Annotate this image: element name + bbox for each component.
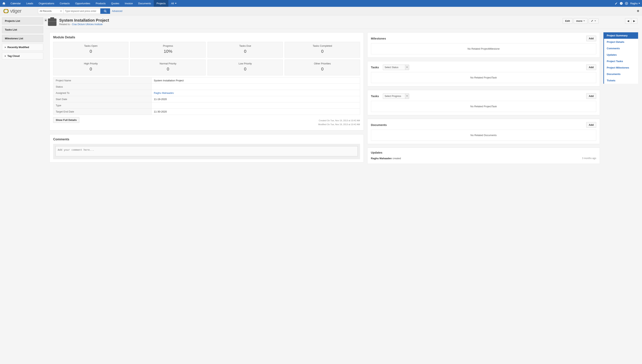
pencil-icon[interactable] (615, 2, 617, 5)
nav-products[interactable]: Products (93, 0, 108, 7)
tasks-progress-empty: No Related ProjectTask (371, 101, 596, 112)
milestones-title: Milestones (371, 37, 386, 40)
show-full-details-button[interactable]: Show Full Details (53, 117, 79, 123)
rightnav-comments[interactable]: Comments (604, 45, 638, 52)
assigned-to-link[interactable]: Raghu Mahaadev (154, 92, 174, 94)
next-record-button[interactable]: ▶ (631, 18, 637, 24)
stat-tile: Tasks Open0 (53, 42, 128, 58)
add-task-progress-button[interactable]: Add (586, 93, 596, 99)
chevron-right-icon (5, 46, 6, 48)
user-name: Raghu (630, 2, 638, 5)
task-progress-dropdown[interactable]: Select Progress (383, 94, 409, 99)
logo[interactable]: vtiger (3, 8, 22, 14)
documents-empty: No Related Documents (371, 130, 596, 141)
nav-organizations[interactable]: Organizations (36, 0, 57, 7)
add-document-button[interactable]: Add (586, 122, 596, 128)
more-button[interactable]: more (574, 18, 587, 24)
tasks-status-widget: Tasks Select Status Add No Related Proje… (367, 61, 600, 86)
gear-icon[interactable] (625, 2, 628, 5)
table-row: Status (53, 84, 360, 90)
stat-tile: Tasks Due0 (207, 42, 283, 58)
nav-contacts[interactable]: Contacts (57, 0, 72, 7)
rightnav-documents[interactable]: Documents (604, 71, 638, 77)
module-details-title: Module Details (53, 36, 360, 39)
rightnav-project-tasks[interactable]: Project Tasks (604, 58, 638, 64)
briefcase-icon (48, 18, 57, 26)
chevron-right-icon (5, 55, 6, 57)
sidebar-projects-list[interactable]: Projects List (2, 17, 43, 24)
tasks-progress-title: Tasks (371, 94, 379, 98)
sidebar-collapse-handle[interactable]: ◀ (45, 18, 47, 22)
add-button[interactable]: + (637, 8, 639, 14)
tasks-status-empty: No Related ProjectTask (371, 72, 596, 83)
comment-input[interactable] (56, 146, 358, 156)
stat-tile: Normal Priority0 (130, 60, 206, 75)
right-nav: Project SummaryProject DetailsCommentsUp… (603, 32, 638, 84)
task-status-dropdown[interactable]: Select Status (383, 64, 409, 70)
chevron-down-icon (583, 20, 585, 22)
documents-title: Documents (371, 123, 387, 126)
rightnav-updates[interactable]: Updates (604, 52, 638, 58)
svg-point-3 (626, 3, 627, 4)
chevron-down-icon (60, 11, 62, 12)
table-row: Target End Date11-30-2020 (53, 108, 360, 115)
nav-invoice[interactable]: Invoice (122, 0, 135, 7)
update-row: Raghu Mahaadev created3 months ago (371, 156, 596, 160)
modified-on-text: Modified On Tue, Nov 19, 2013 at 10:42 A… (318, 123, 360, 126)
top-navbar: CalendarLeadsOrganizationsContactsOpport… (0, 0, 642, 7)
svg-point-4 (4, 9, 9, 13)
nav-documents[interactable]: Documents (135, 0, 154, 7)
record-header: System Installation Project Related to -… (46, 18, 639, 29)
nav-projects[interactable]: Projects (154, 0, 168, 7)
prev-record-button[interactable]: ◀ (625, 18, 631, 24)
record-subtitle: Related to - Cras Dictum Ultricies Insti… (59, 23, 109, 26)
wrench-icon (591, 20, 593, 22)
edit-button[interactable]: Edit (563, 18, 573, 24)
tools-button[interactable] (589, 18, 598, 24)
sidebar-milestones-list[interactable]: Milestones List (2, 35, 43, 42)
nav-leads[interactable]: Leads (24, 0, 36, 7)
add-task-button[interactable]: Add (586, 64, 596, 70)
search-input[interactable] (63, 8, 100, 14)
rightnav-project-details[interactable]: Project Details (604, 39, 638, 45)
nav-quotes[interactable]: Quotes (108, 0, 122, 7)
table-row: Project NameSystem Installation Project (53, 78, 360, 84)
svg-point-7 (104, 10, 106, 12)
table-row: Type (53, 102, 360, 108)
milestones-widget: Milestones Add No Related ProjectMilesto… (367, 32, 600, 58)
sidebar-tasks-list[interactable]: Tasks List (2, 26, 43, 33)
chevron-down-icon (175, 3, 177, 4)
stat-tile: Low Priority0 (207, 60, 283, 75)
logo-text: vtiger (10, 8, 22, 14)
stat-tile: Tasks Completed0 (285, 42, 360, 58)
details-table: Project NameSystem Installation ProjectS… (53, 77, 360, 115)
table-row: Start Date11-19-2020 (53, 96, 360, 102)
rightnav-tickets[interactable]: Tickets (604, 77, 638, 84)
table-row: Assigned ToRaghu Mahaadev (53, 90, 360, 96)
info-icon[interactable]: i (620, 2, 623, 5)
add-milestone-button[interactable]: Add (586, 36, 596, 41)
search-icon (104, 10, 107, 12)
nav-all[interactable]: All (168, 0, 179, 7)
chevron-down-icon (638, 3, 640, 4)
stat-tile: High Priority0 (53, 60, 128, 75)
advanced-search-link[interactable]: Advanced (112, 10, 122, 12)
rightnav-project-milestones[interactable]: Project Milestones (604, 64, 638, 71)
tasks-status-title: Tasks (371, 66, 379, 69)
records-dropdown[interactable]: All Records (38, 8, 63, 14)
stat-tile: Progress10% (130, 42, 206, 58)
related-to-link[interactable]: Cras Dictum Ultricies Institute (72, 23, 103, 26)
left-sidebar: Projects ListTasks ListMilestones List R… (0, 16, 45, 164)
sidebar-tag-cloud[interactable]: Tag Cloud (2, 52, 43, 60)
header-bar: vtiger All Records Advanced + (0, 7, 642, 16)
rightnav-project-summary[interactable]: Project Summary (604, 32, 638, 39)
home-icon[interactable] (0, 0, 8, 7)
nav-calendar[interactable]: Calendar (8, 0, 24, 7)
search-button[interactable] (100, 8, 110, 14)
nav-opportunities[interactable]: Opportunities (73, 0, 93, 7)
record-title: System Installation Project (59, 18, 109, 22)
module-details-panel: Module Details Tasks Open0Progress10%Tas… (50, 32, 364, 130)
user-menu[interactable]: Raghu (630, 2, 640, 5)
logo-icon (3, 8, 9, 14)
sidebar-recently-modified[interactable]: Recently Modified (2, 44, 43, 51)
